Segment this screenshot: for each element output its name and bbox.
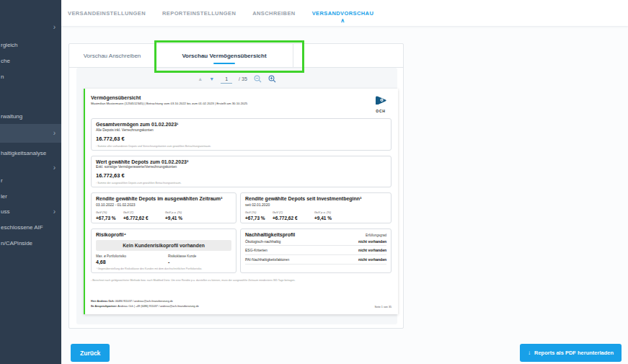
next-page-button[interactable]: ▼	[209, 76, 214, 81]
grade-header: Erfüllungsgrad	[366, 234, 386, 237]
box-footnote: ² Summe der ausgewählten Depots zum gewä…	[96, 182, 386, 185]
page-total-label: / 35	[239, 76, 247, 81]
pdf-viewer: ▲ ▼ / 35 Vermögensübersicht	[76, 68, 397, 324]
sustain-label: Ökologisch-nachhaltig	[245, 239, 280, 244]
rendite-investmentbeginn-box: Rendite gewählte Depots seit Investmentb…	[240, 192, 392, 223]
sustain-value: nicht vorhanden	[358, 257, 386, 262]
box-title: Rendite gewählte Depots seit Investmentb…	[245, 196, 386, 201]
footer-contact-name: Herr Andreas Och:	[91, 300, 115, 303]
download-button-label: Reports als PDF herunterladen	[534, 350, 614, 356]
page-number-input[interactable]	[221, 75, 232, 84]
sustain-row: Ökologisch-nachhaltignicht vorhanden	[245, 237, 386, 247]
kv-value: -	[168, 259, 240, 265]
och-logo: OCH	[374, 95, 387, 113]
column-value: +9,41 %	[165, 216, 193, 221]
box-title: Risikoprofil⁴	[96, 232, 231, 237]
kv-label: Max. ø Portfoliorisiko	[96, 254, 168, 258]
document-footnote: ³ Berechnet nach geldgewichteter Methode…	[91, 279, 392, 282]
nav-versandvorschau-label: VERSANDVORSCHAU	[312, 10, 374, 17]
column-value: +6.772,62 €	[273, 216, 314, 221]
och-logo-text: OCH	[374, 109, 387, 113]
box-title: Nachhaltigkeitsprofil	[245, 232, 295, 237]
sidebar-item[interactable]: n	[0, 68, 61, 86]
box-title: Rendite gewählte Depots im ausgewählten …	[96, 196, 231, 201]
chevron-right-icon: ›	[53, 124, 56, 143]
download-pdf-button[interactable]: ↓Reports als PDF herunterladen	[520, 344, 622, 362]
sustain-row: PAI-Nachhaltigkeitsfaktorennicht vorhand…	[245, 255, 386, 265]
och-logo-icon	[374, 95, 387, 105]
box-value: 16.772,63 €	[96, 136, 386, 142]
box-title: Gesamtvermögen zum 01.02.2023¹	[96, 122, 386, 127]
box-period: 03.10.2022 - 01.02.2023	[96, 203, 231, 207]
sidebar-item-label: n/CAPinside	[0, 240, 32, 247]
tab-vorschau-vermoegensuebersicht[interactable]: Vorschau Vermögensübersicht	[156, 44, 293, 67]
wert-depots-box: Wert gewählte Depots zum 01.02.2023² Exk…	[91, 156, 392, 188]
sidebar-item-label: ler	[0, 193, 7, 200]
box-value: 16.772,63 €	[96, 172, 386, 179]
sidebar-item[interactable]: rwaltung	[0, 108, 61, 125]
column-value: +67,73 %	[96, 216, 123, 221]
box-footnote: ⁴ Gegenüberstellung der Risikoklasse des…	[96, 265, 231, 270]
sidebar-item-label: eschlossene AIF	[0, 224, 43, 231]
column-header: GuV p.a. (%)	[314, 210, 342, 214]
sidebar-item[interactable]: eschlossene AIF	[0, 219, 61, 236]
sustain-label: ESG-Kriterien	[245, 248, 267, 252]
column-header: GuV (%)	[96, 210, 123, 214]
sidebar-item-label: che	[0, 58, 10, 64]
sidebar-item[interactable]: uss›	[0, 203, 61, 221]
previous-page-button[interactable]: ▲	[198, 76, 203, 81]
back-button[interactable]: Zurück	[71, 344, 110, 362]
sidebar-item-label: r	[0, 177, 3, 184]
column-header: GuV (€)	[273, 210, 314, 214]
sidebar-item[interactable]: n/CAPinside	[0, 235, 61, 252]
caret-up-icon: ∧	[340, 17, 345, 24]
sidebar: › rgleich che n rwaltung › haltigkeitsan…	[0, 0, 61, 364]
column-header: GuV p.a. (%)	[165, 210, 193, 214]
risikoprofil-box: Risikoprofil⁴ Kein Kundenrisikoprofil vo…	[91, 228, 236, 273]
main-content: Vorschau Anschreiben Vorschau Vermögensü…	[61, 26, 628, 364]
column-header: GuV (%)	[245, 210, 273, 214]
column-value: +6.772,62 €	[123, 216, 165, 221]
tab-vorschau-anschreiben[interactable]: Vorschau Anschreiben	[69, 44, 156, 67]
box-subtitle: Exkl. sonstige Vermögenswerte/Verrechnun…	[96, 165, 386, 169]
pdf-toolbar: ▲ ▼ / 35	[76, 68, 397, 86]
sustain-value: nicht vorhanden	[358, 239, 386, 244]
column-value: +9,41 %	[314, 216, 342, 221]
sidebar-item-label: uss	[0, 208, 9, 215]
download-icon: ↓	[528, 350, 531, 356]
box-period: seit 02.01.2020	[245, 203, 386, 207]
document-footer: Herr Andreas Och: 06486 911037 / andreas…	[91, 299, 392, 310]
sidebar-item-label: rwaltung	[0, 113, 22, 120]
nav-anschreiben[interactable]: ANSCHREIBEN	[252, 10, 295, 17]
preview-card: Vorschau Anschreiben Vorschau Vermögensü…	[68, 43, 404, 329]
sustain-row: ESG-Kriteriennicht vorhanden	[245, 246, 386, 255]
sidebar-item[interactable]: r	[0, 172, 61, 190]
document-title: Vermögensübersicht	[91, 95, 247, 100]
rendite-zeitraum-box: Rendite gewählte Depots im ausgewählten …	[91, 192, 236, 223]
tab-bar: Vorschau Anschreiben Vorschau Vermögensü…	[69, 44, 403, 68]
document-subtitle: Maximilian Mustermann (1234512345) | Bet…	[91, 102, 247, 105]
chevron-right-icon: ›	[53, 19, 56, 36]
sidebar-item-label: haltigkeitsanalyse	[0, 150, 46, 156]
footer-contact-name: Ihr Ansprechpartner:	[91, 305, 118, 308]
sidebar-item[interactable]: ›	[0, 19, 61, 36]
box-subtitle: Alle Depots inkl. Verrechnungskonten	[96, 128, 386, 132]
footer-contact-info: 06486 911037 / andreas@och-finanzberatun…	[115, 300, 173, 303]
box-footnote: ¹ Summe aller vorhandenen Depots und Ver…	[96, 145, 386, 148]
document-header: Vermögensübersicht Maximilian Mustermann…	[91, 95, 392, 113]
page-indicator: Seite 1 von 35	[374, 306, 392, 308]
nav-versandvorschau[interactable]: VERSANDVORSCHAU∧	[312, 10, 374, 17]
nav-reporteinstellungen[interactable]: REPORTEINSTELLUNGEN	[162, 10, 236, 17]
sustain-value: nicht vorhanden	[358, 248, 386, 252]
annotation-green-line	[84, 89, 85, 314]
top-navigation: VERSANDEINSTELLUNGEN REPORTEINSTELLUNGEN…	[61, 0, 628, 26]
box-title: Wert gewählte Depots zum 01.02.2023²	[96, 159, 386, 164]
sidebar-item-active[interactable]: ›	[0, 124, 61, 143]
nav-versandeinstellungen[interactable]: VERSANDEINSTELLUNGEN	[68, 10, 146, 17]
sidebar-item[interactable]: rgleich	[0, 37, 61, 54]
sidebar-item-label: rgleich	[0, 42, 18, 48]
zoom-out-icon[interactable]	[254, 75, 262, 83]
zoom-in-icon[interactable]	[268, 75, 276, 83]
sidebar-item[interactable]: che	[0, 53, 61, 70]
nachhaltigkeitsprofil-box: Nachhaltigkeitsprofil Erfüllungsgrad Öko…	[240, 228, 392, 273]
